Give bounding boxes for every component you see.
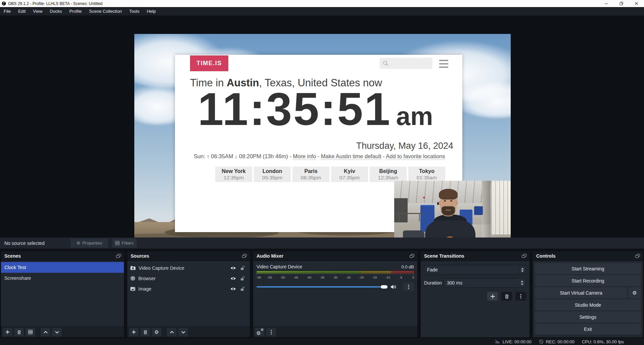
scene-item-clock-test[interactable]: Clock Test bbox=[1, 262, 124, 273]
status-bar: LIVE: 00:00:00 REC: 00:00:00 CPU: 0.6%, … bbox=[0, 338, 644, 345]
add-transition-button[interactable] bbox=[487, 292, 498, 301]
sun-info-line: Sun: ↑ 06:35AM ↓ 08:20PM (13h 46m) - Mor… bbox=[194, 153, 445, 160]
audio-mixer-panel: Audio Mixer Video Capture Device 0.0 dB … bbox=[253, 251, 418, 338]
volume-slider-handle[interactable] bbox=[381, 285, 387, 289]
remove-transition-button[interactable] bbox=[501, 292, 512, 301]
make-default-link[interactable]: Make Austin time default bbox=[321, 153, 381, 160]
popout-dock-icon[interactable] bbox=[410, 254, 414, 258]
move-scene-down-button[interactable] bbox=[52, 328, 62, 337]
start-recording-button[interactable]: Start Recording bbox=[535, 275, 641, 286]
chevron-up-icon bbox=[521, 268, 524, 269]
chevron-down-icon bbox=[181, 331, 185, 334]
popout-dock-icon[interactable] bbox=[522, 254, 526, 258]
scenes-panel: Scenes Clock Test Screenshare bbox=[1, 251, 124, 338]
double-gear-icon: ⚙⚙ bbox=[257, 329, 263, 335]
menu-tools[interactable]: Tools bbox=[126, 7, 143, 15]
trash-icon bbox=[17, 330, 21, 335]
transition-properties-button[interactable] bbox=[515, 292, 526, 301]
move-scene-up-button[interactable] bbox=[41, 328, 50, 337]
lock-unlocked-icon[interactable] bbox=[240, 276, 245, 281]
volume-slider[interactable] bbox=[257, 286, 387, 288]
search-input[interactable] bbox=[380, 58, 432, 69]
menu-help[interactable]: Help bbox=[143, 7, 159, 15]
popout-dock-icon[interactable] bbox=[116, 254, 121, 258]
source-properties-button[interactable]: ⚙ bbox=[152, 328, 162, 337]
mixer-toolbar-options-button[interactable] bbox=[266, 328, 276, 337]
restore-button[interactable] bbox=[614, 0, 629, 7]
gear-icon: ⚙ bbox=[632, 290, 637, 296]
menu-bar: File Edit View Docks Profile Scene Colle… bbox=[0, 7, 644, 15]
virtual-camera-settings-button[interactable]: ⚙ bbox=[628, 287, 641, 298]
properties-button[interactable]: ⚙ Properties bbox=[71, 239, 108, 248]
spinner-arrows[interactable] bbox=[521, 281, 523, 285]
sources-panel: Sources Video Capture Device bbox=[127, 251, 250, 338]
minimize-button[interactable] bbox=[599, 0, 614, 7]
lock-unlocked-icon[interactable] bbox=[240, 266, 245, 270]
source-item-video-capture[interactable]: Video Capture Device bbox=[127, 263, 250, 273]
filters-button[interactable]: Filters bbox=[112, 239, 137, 248]
controls-panel-title: Controls bbox=[536, 253, 556, 259]
world-clock-paris[interactable]: Paris 06:35pm bbox=[292, 167, 329, 182]
menu-file[interactable]: File bbox=[0, 7, 14, 15]
menu-profile[interactable]: Profile bbox=[65, 7, 85, 15]
close-button[interactable] bbox=[629, 0, 644, 7]
menu-view[interactable]: View bbox=[29, 7, 46, 15]
menu-docks[interactable]: Docks bbox=[46, 7, 65, 15]
advanced-audio-button[interactable]: ⚙⚙ bbox=[255, 328, 265, 337]
settings-button[interactable]: Settings bbox=[535, 311, 641, 322]
popout-dock-icon[interactable] bbox=[242, 254, 247, 258]
remove-source-button[interactable] bbox=[140, 328, 150, 337]
popout-dock-icon[interactable] bbox=[635, 254, 640, 258]
add-favorite-link[interactable]: Add to favorite locations bbox=[386, 153, 445, 160]
add-source-button[interactable] bbox=[129, 328, 139, 337]
add-scene-button[interactable] bbox=[3, 328, 12, 337]
current-date: Thursday, May 16, 2024 bbox=[356, 141, 453, 151]
scene-item-screenshare[interactable]: Screenshare bbox=[1, 273, 124, 284]
visibility-eye-icon[interactable] bbox=[230, 266, 236, 270]
hamburger-menu-icon[interactable] bbox=[439, 60, 448, 68]
world-clock-london[interactable]: London 05:35pm bbox=[254, 167, 291, 182]
move-source-up-button[interactable] bbox=[167, 328, 177, 337]
timeis-logo[interactable]: TIME.IS bbox=[190, 55, 228, 71]
exit-button[interactable]: Exit bbox=[535, 324, 641, 335]
webcam-overlay[interactable] bbox=[394, 181, 511, 247]
meter-bar-left bbox=[257, 271, 414, 272]
trash-icon bbox=[143, 330, 148, 335]
plus-icon bbox=[132, 330, 136, 334]
world-clock-kyiv[interactable]: Kyiv 07:35pm bbox=[331, 167, 368, 182]
world-clock-newyork[interactable]: New York 12:35pm bbox=[215, 167, 252, 182]
start-streaming-button[interactable]: Start Streaming bbox=[535, 263, 641, 274]
person-eyebrow bbox=[443, 198, 446, 199]
mixer-options-button[interactable] bbox=[403, 283, 414, 291]
world-clock-tokyo[interactable]: Tokyo 01:35am bbox=[408, 167, 445, 182]
menu-edit[interactable]: Edit bbox=[14, 7, 29, 15]
obs-logo-icon bbox=[2, 1, 6, 6]
remove-scene-button[interactable] bbox=[14, 328, 24, 337]
source-item-browser[interactable]: Browser bbox=[127, 273, 250, 284]
blue-booth bbox=[474, 206, 483, 215]
preview-canvas[interactable]: TIME.IS Time in Austin, Texas, United St… bbox=[134, 34, 511, 247]
scene-filters-button[interactable] bbox=[26, 328, 35, 337]
transition-select[interactable]: Fade bbox=[424, 265, 526, 274]
combo-arrows bbox=[518, 265, 526, 274]
start-virtual-camera-button[interactable]: Start Virtual Camera bbox=[535, 287, 627, 298]
visibility-eye-icon[interactable] bbox=[230, 276, 236, 281]
speaker-icon[interactable] bbox=[390, 285, 397, 289]
title-bar: OBS 29.1.2 - Profile: LLHLS BETA - Scene… bbox=[0, 0, 644, 7]
transitions-panel-title: Scene Transitions bbox=[424, 253, 464, 259]
source-item-image[interactable]: Image bbox=[127, 284, 250, 294]
world-clock-beijing[interactable]: Beijing 12:35am bbox=[370, 167, 407, 182]
preview-background: TIME.IS Time in Austin, Texas, United St… bbox=[0, 15, 644, 238]
earbud bbox=[437, 202, 439, 205]
lock-unlocked-icon[interactable] bbox=[240, 287, 245, 291]
menu-scene-collection[interactable]: Scene Collection bbox=[85, 7, 126, 15]
studio-mode-button[interactable]: Studio Mode bbox=[535, 299, 641, 310]
visibility-eye-icon[interactable] bbox=[230, 287, 236, 291]
duration-input[interactable]: 300 ms bbox=[444, 278, 526, 288]
current-time: 11:35:51 am bbox=[198, 84, 433, 135]
more-info-link[interactable]: More info bbox=[293, 153, 316, 160]
gear-icon: ⚙ bbox=[154, 329, 159, 335]
move-source-down-button[interactable] bbox=[178, 328, 188, 337]
table-leg bbox=[399, 214, 400, 221]
chevron-down-icon bbox=[521, 284, 523, 285]
